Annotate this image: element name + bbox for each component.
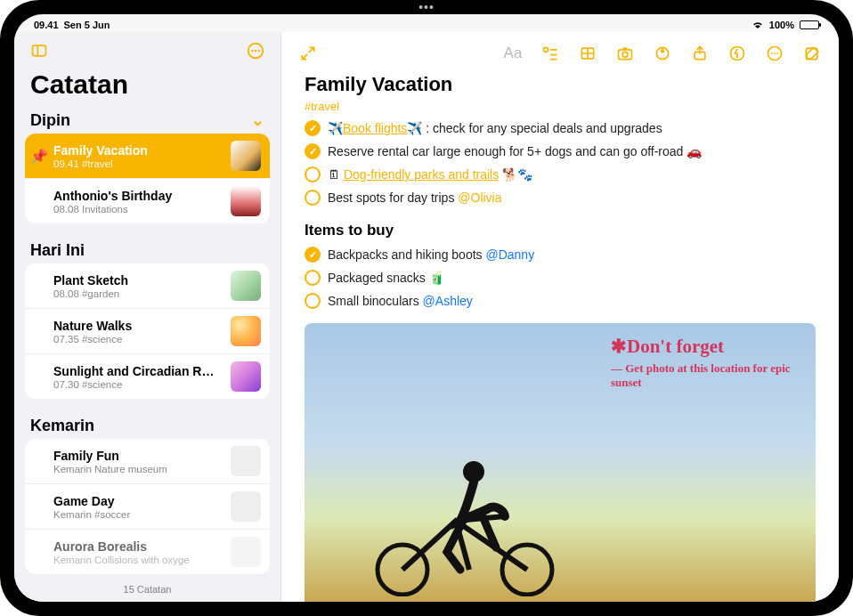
- check-item[interactable]: Best spots for day trips @Olivia: [305, 190, 816, 206]
- lock-button[interactable]: [727, 43, 748, 64]
- table-button[interactable]: [577, 43, 598, 64]
- note-title[interactable]: Family Vacation: [305, 73, 816, 96]
- status-date: Sen 5 Jun: [64, 20, 110, 30]
- note-item-plant-sketch[interactable]: Plant Sketch 08.08 #garden: [25, 263, 270, 309]
- markup-button[interactable]: [652, 43, 673, 64]
- pin-icon: 📌: [34, 148, 45, 165]
- section-header-kemarin[interactable]: Kemarin: [14, 411, 280, 439]
- checkbox-icon[interactable]: [305, 143, 321, 159]
- svg-point-21: [776, 53, 778, 54]
- note-item-family-vacation[interactable]: 📌 Family Vacation 09.41 #travel: [25, 134, 270, 179]
- check-item[interactable]: Small binoculars @Ashley: [305, 293, 816, 309]
- text-style-button[interactable]: Aa: [502, 43, 524, 64]
- note-attachment-photo[interactable]: ✱Don't forget — Get photo at this locati…: [305, 323, 816, 602]
- checkbox-icon[interactable]: [305, 293, 321, 309]
- sidebar-footer: 15 Catatan: [14, 577, 280, 602]
- note-item-game-day[interactable]: Game Day Kemarin #soccer: [25, 484, 270, 530]
- svg-rect-0: [33, 45, 46, 56]
- note-thumbnail: [231, 446, 261, 476]
- battery-icon: [800, 20, 819, 29]
- link[interactable]: Book flights: [343, 121, 407, 135]
- note-main: Aa Family Vacation #travel ✈️Book fl: [281, 32, 839, 602]
- toolbar: Aa: [281, 32, 839, 69]
- note-tag[interactable]: #travel: [305, 100, 816, 113]
- note-item-sunlight[interactable]: Sunlight and Circadian Rhy… 07.30 #scien…: [25, 354, 270, 399]
- svg-point-20: [774, 53, 776, 54]
- note-item-aurora[interactable]: Aurora Borealis Kemarin Collisions with …: [25, 530, 270, 574]
- status-time: 09.41: [34, 20, 59, 30]
- sidebar-title: Catatan: [14, 64, 280, 105]
- chevron-down-icon: ⌄: [251, 110, 264, 130]
- checkbox-icon[interactable]: [305, 120, 321, 136]
- note-thumbnail: [231, 361, 261, 392]
- mention[interactable]: @Olivia: [458, 190, 501, 205]
- note-item-family-fun[interactable]: Family Fun Kemarin Nature museum: [25, 439, 270, 484]
- note-thumbnail: [231, 141, 261, 171]
- camera-button[interactable]: [614, 43, 636, 64]
- note-thumbnail: [231, 491, 261, 522]
- note-thumbnail: [231, 186, 261, 216]
- compose-button[interactable]: [801, 43, 823, 64]
- check-item[interactable]: 🗓 Dog-friendly parks and trails 🐕🐾: [305, 166, 816, 182]
- handwritten-annotation: ✱Don't forget — Get photo at this locati…: [611, 336, 798, 391]
- note-thumbnail: [231, 316, 261, 346]
- mention[interactable]: @Danny: [485, 247, 534, 262]
- subheading[interactable]: Items to buy: [305, 222, 816, 239]
- battery-percent: 100%: [769, 20, 794, 30]
- svg-rect-13: [619, 50, 632, 60]
- check-item[interactable]: ✈️Book flights✈️ : check for any special…: [305, 120, 816, 136]
- checkbox-icon[interactable]: [305, 247, 321, 263]
- sidebar-toggle-button[interactable]: [27, 38, 52, 63]
- expand-button[interactable]: [297, 43, 319, 64]
- note-thumbnail: [231, 271, 261, 301]
- check-item[interactable]: Packaged snacks 🧃: [305, 270, 816, 286]
- share-button[interactable]: [689, 43, 711, 64]
- section-header-hari-ini[interactable]: Hari Ini: [14, 236, 280, 263]
- note-thumbnail: [231, 537, 261, 567]
- note-item-nature-walks[interactable]: Nature Walks 07.35 #science: [25, 309, 270, 354]
- section-header-dipin[interactable]: Dipin ⌄: [14, 105, 280, 134]
- wifi-icon: [751, 20, 764, 29]
- status-bar: 09.41 Sen 5 Jun 100%: [14, 14, 839, 32]
- mention[interactable]: @Ashley: [423, 294, 473, 308]
- checkbox-icon[interactable]: [305, 270, 321, 286]
- link[interactable]: Dog-friendly parks and trails: [344, 167, 499, 182]
- svg-point-19: [771, 53, 773, 54]
- checklist-button[interactable]: [540, 43, 561, 64]
- checkbox-icon[interactable]: [305, 190, 321, 206]
- svg-point-3: [251, 50, 253, 52]
- more-actions-button[interactable]: [764, 43, 785, 64]
- check-item[interactable]: Backpacks and hiking boots @Danny: [305, 247, 816, 263]
- sidebar: Catatan Dipin ⌄ 📌 Family Vacation 09.41 …: [14, 32, 281, 602]
- svg-point-14: [622, 52, 628, 57]
- note-item-anthonios-birthday[interactable]: Anthonio's Birthday 08.08 Invitations: [25, 179, 270, 223]
- svg-point-6: [544, 47, 548, 52]
- more-button[interactable]: [243, 38, 268, 63]
- check-item[interactable]: Reserve rental car large enough for 5+ d…: [305, 143, 816, 159]
- svg-point-4: [255, 50, 256, 52]
- svg-point-5: [257, 50, 259, 52]
- checkbox-icon[interactable]: [305, 166, 321, 182]
- cyclist-silhouette-icon: [349, 436, 581, 596]
